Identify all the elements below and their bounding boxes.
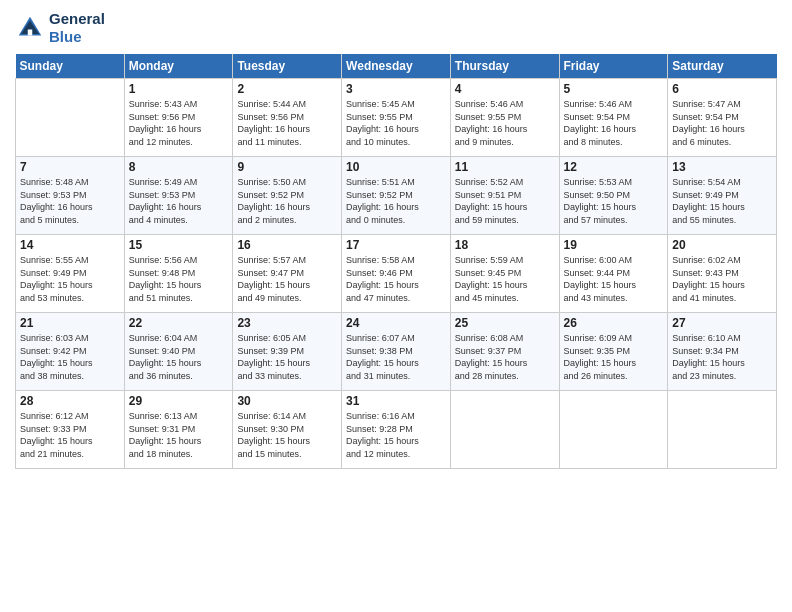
calendar-day-cell: 18Sunrise: 5:59 AM Sunset: 9:45 PM Dayli…: [450, 235, 559, 313]
calendar-day-cell: 15Sunrise: 5:56 AM Sunset: 9:48 PM Dayli…: [124, 235, 233, 313]
calendar-day-cell: [16, 79, 125, 157]
calendar-week-row: 28Sunrise: 6:12 AM Sunset: 9:33 PM Dayli…: [16, 391, 777, 469]
day-number: 17: [346, 238, 446, 252]
logo-text: General Blue: [49, 10, 105, 46]
day-number: 29: [129, 394, 229, 408]
day-number: 14: [20, 238, 120, 252]
day-info: Sunrise: 6:04 AM Sunset: 9:40 PM Dayligh…: [129, 332, 229, 382]
day-info: Sunrise: 6:16 AM Sunset: 9:28 PM Dayligh…: [346, 410, 446, 460]
weekday-header: Tuesday: [233, 54, 342, 79]
calendar-day-cell: 2Sunrise: 5:44 AM Sunset: 9:56 PM Daylig…: [233, 79, 342, 157]
weekday-header: Thursday: [450, 54, 559, 79]
day-number: 24: [346, 316, 446, 330]
svg-rect-2: [28, 30, 33, 36]
weekday-header: Sunday: [16, 54, 125, 79]
calendar-day-cell: [559, 391, 668, 469]
day-number: 30: [237, 394, 337, 408]
day-number: 25: [455, 316, 555, 330]
day-number: 2: [237, 82, 337, 96]
day-info: Sunrise: 5:46 AM Sunset: 9:55 PM Dayligh…: [455, 98, 555, 148]
calendar-day-cell: 22Sunrise: 6:04 AM Sunset: 9:40 PM Dayli…: [124, 313, 233, 391]
calendar-day-cell: 24Sunrise: 6:07 AM Sunset: 9:38 PM Dayli…: [342, 313, 451, 391]
day-info: Sunrise: 5:58 AM Sunset: 9:46 PM Dayligh…: [346, 254, 446, 304]
calendar-day-cell: 29Sunrise: 6:13 AM Sunset: 9:31 PM Dayli…: [124, 391, 233, 469]
calendar-day-cell: 11Sunrise: 5:52 AM Sunset: 9:51 PM Dayli…: [450, 157, 559, 235]
day-info: Sunrise: 5:56 AM Sunset: 9:48 PM Dayligh…: [129, 254, 229, 304]
day-info: Sunrise: 6:00 AM Sunset: 9:44 PM Dayligh…: [564, 254, 664, 304]
calendar-day-cell: 16Sunrise: 5:57 AM Sunset: 9:47 PM Dayli…: [233, 235, 342, 313]
day-info: Sunrise: 5:51 AM Sunset: 9:52 PM Dayligh…: [346, 176, 446, 226]
day-number: 16: [237, 238, 337, 252]
calendar-day-cell: 27Sunrise: 6:10 AM Sunset: 9:34 PM Dayli…: [668, 313, 777, 391]
calendar-table: SundayMondayTuesdayWednesdayThursdayFrid…: [15, 54, 777, 469]
calendar-day-cell: 7Sunrise: 5:48 AM Sunset: 9:53 PM Daylig…: [16, 157, 125, 235]
calendar-day-cell: [668, 391, 777, 469]
day-number: 18: [455, 238, 555, 252]
day-info: Sunrise: 5:45 AM Sunset: 9:55 PM Dayligh…: [346, 98, 446, 148]
day-number: 22: [129, 316, 229, 330]
day-number: 9: [237, 160, 337, 174]
day-info: Sunrise: 6:05 AM Sunset: 9:39 PM Dayligh…: [237, 332, 337, 382]
day-number: 26: [564, 316, 664, 330]
calendar-week-row: 14Sunrise: 5:55 AM Sunset: 9:49 PM Dayli…: [16, 235, 777, 313]
calendar-day-cell: 8Sunrise: 5:49 AM Sunset: 9:53 PM Daylig…: [124, 157, 233, 235]
weekday-header: Friday: [559, 54, 668, 79]
day-number: 10: [346, 160, 446, 174]
calendar-week-row: 1Sunrise: 5:43 AM Sunset: 9:56 PM Daylig…: [16, 79, 777, 157]
calendar-day-cell: 20Sunrise: 6:02 AM Sunset: 9:43 PM Dayli…: [668, 235, 777, 313]
day-info: Sunrise: 5:52 AM Sunset: 9:51 PM Dayligh…: [455, 176, 555, 226]
calendar-day-cell: 19Sunrise: 6:00 AM Sunset: 9:44 PM Dayli…: [559, 235, 668, 313]
calendar-day-cell: 5Sunrise: 5:46 AM Sunset: 9:54 PM Daylig…: [559, 79, 668, 157]
calendar-day-cell: 9Sunrise: 5:50 AM Sunset: 9:52 PM Daylig…: [233, 157, 342, 235]
day-number: 20: [672, 238, 772, 252]
calendar-day-cell: 14Sunrise: 5:55 AM Sunset: 9:49 PM Dayli…: [16, 235, 125, 313]
page-container: General Blue SundayMondayTuesdayWednesda…: [0, 0, 792, 479]
day-number: 23: [237, 316, 337, 330]
logo: General Blue: [15, 10, 105, 46]
day-info: Sunrise: 6:07 AM Sunset: 9:38 PM Dayligh…: [346, 332, 446, 382]
calendar-day-cell: 31Sunrise: 6:16 AM Sunset: 9:28 PM Dayli…: [342, 391, 451, 469]
day-number: 11: [455, 160, 555, 174]
day-info: Sunrise: 5:53 AM Sunset: 9:50 PM Dayligh…: [564, 176, 664, 226]
calendar-day-cell: 4Sunrise: 5:46 AM Sunset: 9:55 PM Daylig…: [450, 79, 559, 157]
day-number: 5: [564, 82, 664, 96]
day-info: Sunrise: 5:47 AM Sunset: 9:54 PM Dayligh…: [672, 98, 772, 148]
calendar-day-cell: 28Sunrise: 6:12 AM Sunset: 9:33 PM Dayli…: [16, 391, 125, 469]
day-number: 19: [564, 238, 664, 252]
day-info: Sunrise: 5:59 AM Sunset: 9:45 PM Dayligh…: [455, 254, 555, 304]
day-info: Sunrise: 5:54 AM Sunset: 9:49 PM Dayligh…: [672, 176, 772, 226]
day-info: Sunrise: 6:10 AM Sunset: 9:34 PM Dayligh…: [672, 332, 772, 382]
day-info: Sunrise: 6:08 AM Sunset: 9:37 PM Dayligh…: [455, 332, 555, 382]
calendar-week-row: 21Sunrise: 6:03 AM Sunset: 9:42 PM Dayli…: [16, 313, 777, 391]
day-number: 1: [129, 82, 229, 96]
day-number: 7: [20, 160, 120, 174]
day-number: 28: [20, 394, 120, 408]
day-info: Sunrise: 5:43 AM Sunset: 9:56 PM Dayligh…: [129, 98, 229, 148]
day-info: Sunrise: 5:44 AM Sunset: 9:56 PM Dayligh…: [237, 98, 337, 148]
day-info: Sunrise: 6:12 AM Sunset: 9:33 PM Dayligh…: [20, 410, 120, 460]
day-info: Sunrise: 5:46 AM Sunset: 9:54 PM Dayligh…: [564, 98, 664, 148]
weekday-header-row: SundayMondayTuesdayWednesdayThursdayFrid…: [16, 54, 777, 79]
weekday-header: Saturday: [668, 54, 777, 79]
logo-icon: [15, 13, 45, 43]
calendar-day-cell: 13Sunrise: 5:54 AM Sunset: 9:49 PM Dayli…: [668, 157, 777, 235]
calendar-day-cell: 23Sunrise: 6:05 AM Sunset: 9:39 PM Dayli…: [233, 313, 342, 391]
calendar-day-cell: 21Sunrise: 6:03 AM Sunset: 9:42 PM Dayli…: [16, 313, 125, 391]
day-number: 21: [20, 316, 120, 330]
weekday-header: Monday: [124, 54, 233, 79]
day-number: 31: [346, 394, 446, 408]
day-info: Sunrise: 6:03 AM Sunset: 9:42 PM Dayligh…: [20, 332, 120, 382]
day-info: Sunrise: 6:13 AM Sunset: 9:31 PM Dayligh…: [129, 410, 229, 460]
calendar-day-cell: 1Sunrise: 5:43 AM Sunset: 9:56 PM Daylig…: [124, 79, 233, 157]
day-info: Sunrise: 6:14 AM Sunset: 9:30 PM Dayligh…: [237, 410, 337, 460]
day-number: 6: [672, 82, 772, 96]
day-number: 27: [672, 316, 772, 330]
calendar-day-cell: [450, 391, 559, 469]
day-number: 12: [564, 160, 664, 174]
day-number: 4: [455, 82, 555, 96]
day-info: Sunrise: 5:49 AM Sunset: 9:53 PM Dayligh…: [129, 176, 229, 226]
day-number: 3: [346, 82, 446, 96]
page-header: General Blue: [15, 10, 777, 46]
calendar-day-cell: 6Sunrise: 5:47 AM Sunset: 9:54 PM Daylig…: [668, 79, 777, 157]
day-info: Sunrise: 5:55 AM Sunset: 9:49 PM Dayligh…: [20, 254, 120, 304]
